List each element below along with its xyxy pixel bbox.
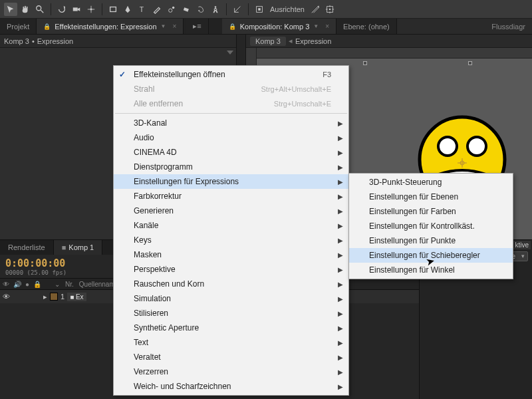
menu-item[interactable]: Kanäle▶: [114, 218, 348, 233]
panel-menu-toggle[interactable]: ▸≡: [186, 19, 208, 34]
snap-toggle[interactable]: [253, 3, 266, 16]
tool-rotate[interactable]: [55, 3, 68, 16]
bbox-handle[interactable]: [363, 61, 367, 65]
submenu-arrow-icon: ▶: [338, 222, 343, 229]
submenu-arrow-icon: ▶: [338, 310, 343, 317]
tool-zoom[interactable]: [33, 3, 47, 16]
tool-pen[interactable]: [121, 3, 134, 16]
bbox-handle[interactable]: [468, 61, 472, 65]
submenu-arrow-icon: ▶: [338, 178, 343, 186]
tab-ebene[interactable]: Ebene: (ohne): [336, 19, 397, 34]
tool-roto[interactable]: [194, 3, 207, 16]
eye-icon[interactable]: 👁: [3, 293, 10, 301]
snap-mode-2[interactable]: [323, 3, 336, 16]
submenu-arrow-icon: ▶: [338, 164, 343, 171]
svg-rect-1: [73, 7, 78, 11]
tool-rect[interactable]: [106, 3, 120, 16]
ruler-horizontal: [246, 48, 532, 59]
submenu-item[interactable]: Einstellungen für Farben: [349, 204, 513, 219]
tool-local-axis[interactable]: [231, 3, 244, 16]
menu-item: StrahlStrg+Alt+Umschalt+E: [114, 82, 348, 96]
active-camera-label: ktive: [513, 241, 531, 249]
close-icon[interactable]: ×: [325, 23, 329, 30]
submenu-arrow-icon: ▶: [338, 251, 343, 259]
submenu-item[interactable]: Einstellungen für Ebenen: [349, 190, 513, 204]
tool-anchor[interactable]: [84, 3, 98, 16]
layer-color-swatch[interactable]: [50, 293, 58, 301]
tab-renderliste[interactable]: Renderliste: [0, 240, 54, 255]
tab-projekt[interactable]: Projekt: [0, 19, 37, 34]
tab-komposition[interactable]: 🔒 Komposition: Komp 3 ▼ ×: [222, 19, 336, 34]
menu-item[interactable]: CINEMA 4D▶: [114, 145, 348, 160]
submenu-arrow-icon: ▶: [338, 266, 343, 273]
submenu-item[interactable]: 3D-Punkt-Steuerung: [349, 175, 513, 190]
submenu-arrow-icon: ▶: [338, 295, 343, 303]
svg-rect-7: [184, 7, 189, 12]
eye-icon[interactable]: 👁: [3, 281, 9, 288]
tab-komp1[interactable]: ■Komp 1: [54, 240, 103, 255]
submenu-arrow-icon: ▶: [338, 339, 343, 346]
submenu-arrow-icon: ▶: [338, 207, 343, 215]
menu-item[interactable]: Veraltet▶: [114, 350, 348, 364]
submenu-item[interactable]: Einstellungen für Kontrollkäst.: [349, 219, 513, 233]
close-icon[interactable]: ×: [172, 23, 176, 30]
submenu-arrow-icon: ▶: [338, 354, 343, 361]
menu-item[interactable]: Text▶: [114, 335, 348, 350]
menu-item[interactable]: Perspektive▶: [114, 262, 348, 277]
comp-breadcrumb: Komp 3 ◂ Expression: [246, 35, 532, 48]
tool-text[interactable]: T: [136, 3, 149, 16]
tool-selection[interactable]: [4, 3, 17, 16]
submenu-arrow-icon: ▶: [338, 281, 343, 288]
submenu-arrow-icon: ▶: [338, 237, 343, 244]
submenu-arrow-icon: ▶: [338, 134, 343, 142]
svg-point-2: [90, 8, 92, 11]
menu-item[interactable]: Dienstprogramm▶: [114, 160, 348, 174]
speaker-icon[interactable]: 🔊: [13, 281, 21, 288]
submenu-arrow-icon: ▶: [338, 120, 343, 127]
tool-eraser[interactable]: [180, 3, 193, 16]
tool-camera[interactable]: [70, 3, 83, 16]
menu-item[interactable]: Simulation▶: [114, 291, 348, 306]
menu-item[interactable]: Synthetic Aperture▶: [114, 321, 348, 335]
effect-breadcrumb: Komp 3 • Expression: [0, 35, 236, 48]
dropdown-icon[interactable]: ▼: [313, 23, 319, 29]
svg-point-13: [329, 8, 331, 10]
tool-puppet[interactable]: [209, 3, 222, 16]
submenu-arrow-icon: ▶: [338, 383, 343, 390]
panel-tab-bar: Projekt 🔒 Effekteinstellungen: Expressio…: [0, 19, 532, 35]
svg-point-0: [37, 5, 41, 10]
solo-icon[interactable]: ●: [25, 281, 29, 288]
menu-item[interactable]: Generieren▶: [114, 203, 348, 218]
dropdown-icon[interactable]: ▼: [161, 23, 166, 29]
menu-item[interactable]: Rauschen und Korn▶: [114, 277, 348, 291]
menu-item: Alle entfernenStrg+Umschalt+E: [114, 96, 348, 111]
menu-item[interactable]: Einstellungen für Expressions▶: [114, 174, 348, 189]
scroll-indicator: [227, 51, 233, 55]
lock-icon: 🔒: [229, 23, 236, 30]
tab-effekteinstellungen[interactable]: 🔒 Effekteinstellungen: Expression ▼ ×: [37, 19, 184, 34]
svg-rect-3: [110, 7, 116, 11]
top-toolbar: T Ausrichten: [0, 0, 532, 19]
menu-item[interactable]: Keys▶: [114, 233, 348, 247]
menu-item[interactable]: Masken▶: [114, 247, 348, 262]
menu-item[interactable]: Audio▶: [114, 130, 348, 145]
lock-icon: 🔒: [43, 23, 51, 30]
snap-mode-1[interactable]: [309, 3, 322, 16]
tool-hand[interactable]: [19, 3, 32, 16]
menu-item[interactable]: Verzerren▶: [114, 364, 348, 379]
menu-item[interactable]: Farbkorrektur▶: [114, 189, 348, 203]
shy-icon[interactable]: ⌄: [55, 281, 60, 288]
menu-item[interactable]: Weich- und Scharfzeichnen▶: [114, 379, 348, 394]
menu-item[interactable]: 3D-Kanal▶: [114, 116, 348, 130]
current-timecode[interactable]: 0:00:00:00: [0, 255, 72, 269]
menu-item[interactable]: ✓Effekteinstellungen öffnenF3: [114, 67, 348, 82]
svg-point-16: [467, 137, 486, 156]
submenu-arrow-icon: ▶: [338, 325, 343, 332]
submenu-item[interactable]: Einstellungen für Punkte: [349, 233, 513, 248]
menu-item[interactable]: Stilisieren▶: [114, 306, 348, 321]
svg-point-5: [169, 9, 172, 12]
lock-icon[interactable]: 🔒: [33, 281, 41, 288]
tool-brush[interactable]: [150, 3, 164, 16]
tab-flussdiagramm[interactable]: Flussdiagr: [485, 19, 532, 34]
tool-clone[interactable]: [165, 3, 178, 16]
